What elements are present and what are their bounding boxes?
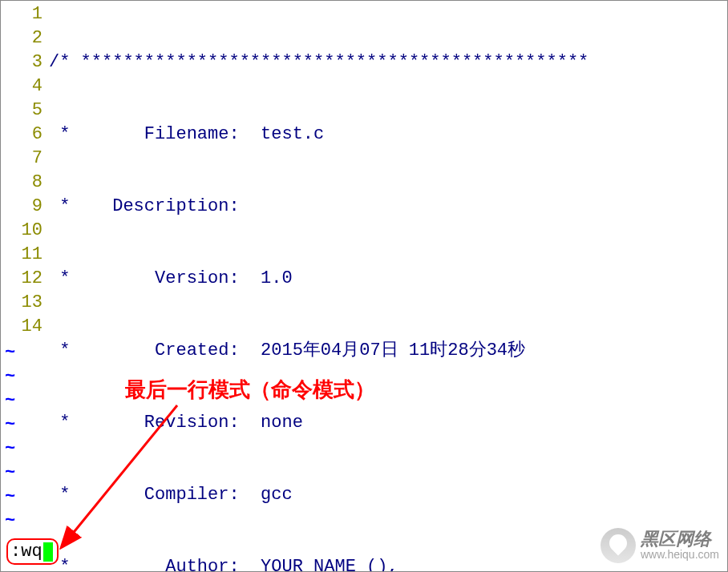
tilde: ~ (5, 437, 15, 461)
watermark: 黑区网络 www.heiqu.com (601, 528, 719, 563)
code-line: * Filename: test.c (49, 123, 727, 147)
code-line: * Description: (49, 195, 727, 219)
tilde: ~ (5, 461, 15, 485)
vim-editor[interactable]: 1 2 3 4 5 6 7 8 9 10 11 12 13 14 /* ****… (1, 1, 727, 571)
line-number: 6 (1, 123, 42, 147)
watermark-url: www.heiqu.com (641, 549, 719, 561)
line-number: 2 (1, 26, 42, 50)
watermark-logo-icon (601, 528, 636, 563)
tilde: ~ (5, 413, 15, 437)
vim-command-line[interactable]: :wq (6, 538, 59, 565)
line-number: 13 (1, 291, 42, 315)
line-number: 10 (1, 219, 42, 243)
line-number: 5 (1, 99, 42, 123)
line-number: 1 (1, 2, 42, 26)
code-line: * Version: 1.0 (49, 267, 727, 291)
line-number: 4 (1, 75, 42, 99)
tilde: ~ (5, 341, 15, 365)
line-number: 9 (1, 195, 42, 219)
annotation-label: 最后一行模式（命令模式） (125, 376, 375, 404)
tilde: ~ (5, 365, 15, 389)
tilde: ~ (5, 389, 15, 413)
tilde: ~ (5, 510, 15, 534)
code-content[interactable]: /* *************************************… (49, 1, 727, 571)
code-line: * Created: 2015年04月07日 11时28分34秒 (49, 339, 727, 363)
line-number: 14 (1, 315, 42, 339)
cursor-icon (43, 542, 53, 562)
command-text: :wq (10, 542, 42, 562)
line-number: 12 (1, 267, 42, 291)
tilde: ~ (5, 485, 15, 510)
empty-line-tildes: ~ ~ ~ ~ ~ ~ ~ ~ (5, 341, 15, 534)
line-number: 11 (1, 243, 42, 267)
line-number: 7 (1, 147, 42, 171)
code-line: /* *************************************… (49, 50, 727, 75)
code-line: * Revision: none (49, 411, 727, 435)
line-number: 8 (1, 171, 42, 195)
code-line: * Compiler: gcc (49, 483, 727, 507)
watermark-title: 黑区网络 (641, 530, 719, 549)
line-number: 3 (1, 50, 42, 75)
